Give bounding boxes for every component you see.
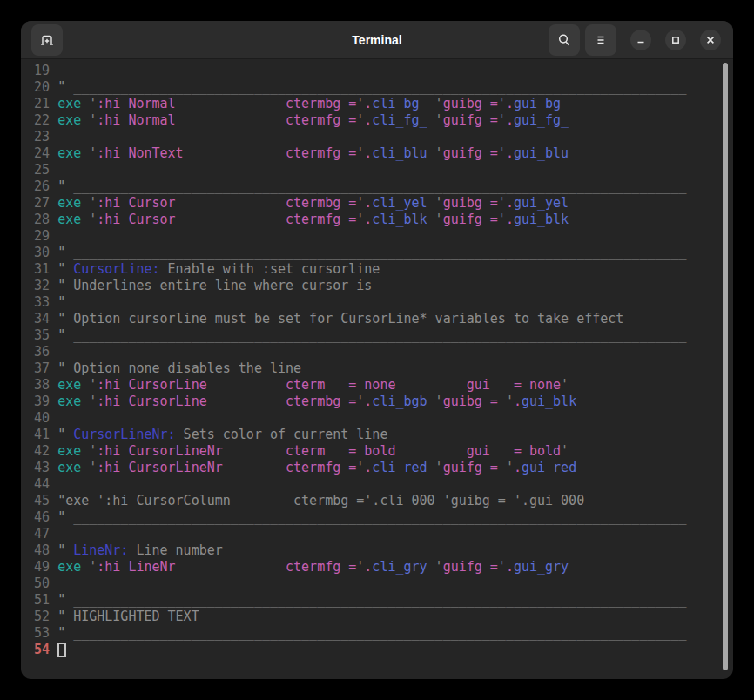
line-number: 21 bbox=[26, 96, 57, 111]
line-number: 52 bbox=[26, 609, 57, 624]
editor-line: 25 bbox=[26, 162, 733, 178]
close-button[interactable] bbox=[700, 30, 721, 50]
editor-line: 43 exe ':hi CursorLineNr ctermfg ='.cli_… bbox=[26, 460, 733, 476]
editor-line: 35 " ___________________________________… bbox=[26, 327, 733, 344]
line-number: 35 bbox=[26, 327, 57, 343]
editor-line: 19 bbox=[26, 63, 733, 79]
line-number: 42 bbox=[26, 443, 57, 459]
editor-line: 50 bbox=[26, 575, 733, 592]
line-number: 24 bbox=[26, 145, 57, 161]
search-icon bbox=[557, 33, 571, 47]
line-number: 25 bbox=[26, 162, 57, 178]
window-title: Terminal bbox=[21, 21, 733, 59]
line-number: 19 bbox=[26, 63, 57, 78]
editor-line: 31 " CursorLine: Enable with :set cursor… bbox=[26, 261, 733, 278]
line-number: 51 bbox=[26, 592, 57, 608]
terminal-window: Terminal bbox=[21, 21, 733, 679]
editor-line: 51 " ___________________________________… bbox=[26, 592, 733, 609]
line-number: 45 bbox=[26, 493, 57, 508]
editor-line: 26 " ___________________________________… bbox=[26, 178, 733, 195]
minimize-icon bbox=[634, 33, 648, 47]
new-tab-icon bbox=[40, 33, 54, 47]
editor-line: 46 " ___________________________________… bbox=[26, 509, 733, 526]
editor-line: 34 " Option cursorline must be set for C… bbox=[26, 311, 733, 327]
line-number: 54 bbox=[26, 642, 57, 657]
editor-line: 41 " CursorLineNr: Sets color of current… bbox=[26, 427, 733, 443]
editor-line: 45 "exe ':hi CursorColumn ctermbg ='.cli… bbox=[26, 493, 733, 509]
editor-line: 30 " ___________________________________… bbox=[26, 245, 733, 261]
line-number: 38 bbox=[26, 377, 57, 393]
titlebar[interactable]: Terminal bbox=[21, 21, 733, 59]
line-number: 31 bbox=[26, 261, 57, 277]
line-number: 53 bbox=[26, 625, 57, 641]
editor-line: 32 " Underlines entire line where cursor… bbox=[26, 278, 733, 294]
editor-line: 24 exe ':hi NonText ctermfg ='.cli_blu '… bbox=[26, 145, 733, 162]
line-number: 48 bbox=[26, 542, 57, 558]
line-number: 27 bbox=[26, 195, 57, 211]
editor-lines: 19 20 " ________________________________… bbox=[26, 63, 733, 658]
editor-line: 54 bbox=[26, 642, 733, 658]
editor-line: 40 bbox=[26, 410, 733, 427]
editor-line: 36 bbox=[26, 344, 733, 360]
editor-line: 28 exe ':hi Cursor ctermfg ='.cli_blk 'g… bbox=[26, 212, 733, 228]
editor-line: 52 " HIGHLIGHTED TEXT bbox=[26, 609, 733, 625]
editor-line: 44 bbox=[26, 476, 733, 493]
editor-line: 33 " bbox=[26, 294, 733, 311]
maximize-button[interactable] bbox=[665, 30, 686, 50]
line-number: 36 bbox=[26, 344, 57, 360]
editor-line: 23 bbox=[26, 129, 733, 145]
editor-line: 27 exe ':hi Cursor ctermbg ='.cli_yel 'g… bbox=[26, 195, 733, 212]
editor-line: 21 exe ':hi Normal ctermbg ='.cli_bg_ 'g… bbox=[26, 96, 733, 112]
line-number: 41 bbox=[26, 427, 57, 442]
editor-line: 49 exe ':hi LineNr ctermfg ='.cli_gry 'g… bbox=[26, 559, 733, 575]
editor-line: 39 exe ':hi CursorLine ctermbg ='.cli_bg… bbox=[26, 394, 733, 410]
editor-line: 22 exe ':hi Normal ctermfg ='.cli_fg_ 'g… bbox=[26, 112, 733, 129]
editor-line: 42 exe ':hi CursorLineNr cterm = bold gu… bbox=[26, 443, 733, 460]
editor-line: 38 exe ':hi CursorLine cterm = none gui … bbox=[26, 377, 733, 394]
line-number: 44 bbox=[26, 476, 57, 492]
editor-line: 48 " LineNr: Line number bbox=[26, 542, 733, 559]
editor-line: 20 " ___________________________________… bbox=[26, 79, 733, 96]
line-number: 40 bbox=[26, 410, 57, 426]
menu-button[interactable] bbox=[585, 24, 616, 56]
line-number: 33 bbox=[26, 294, 57, 310]
terminal-scrollbar[interactable] bbox=[723, 63, 728, 670]
line-number: 20 bbox=[26, 79, 57, 95]
line-number: 22 bbox=[26, 112, 57, 128]
line-number: 26 bbox=[26, 178, 57, 194]
vim-cursor bbox=[57, 643, 66, 657]
line-number: 32 bbox=[26, 278, 57, 293]
line-number: 49 bbox=[26, 559, 57, 575]
line-number: 23 bbox=[26, 129, 57, 145]
editor-line: 37 " Option none disables the line bbox=[26, 360, 733, 377]
editor-line: 53 " ___________________________________… bbox=[26, 625, 733, 642]
new-tab-button[interactable] bbox=[31, 24, 63, 56]
vim-statusline: 54,0-1 4% bbox=[26, 662, 733, 678]
line-number: 47 bbox=[26, 526, 57, 542]
maximize-icon bbox=[669, 33, 683, 47]
line-number: 46 bbox=[26, 509, 57, 525]
line-number: 30 bbox=[26, 245, 57, 260]
terminal-screen[interactable]: 19 20 " ________________________________… bbox=[21, 59, 733, 678]
line-number: 28 bbox=[26, 212, 57, 227]
line-number: 39 bbox=[26, 394, 57, 409]
close-icon bbox=[704, 33, 717, 47]
line-number: 29 bbox=[26, 228, 57, 244]
hamburger-menu-icon bbox=[594, 33, 608, 47]
search-button[interactable] bbox=[549, 24, 580, 56]
line-number: 50 bbox=[26, 575, 57, 591]
editor-line: 29 bbox=[26, 228, 733, 245]
editor-line: 47 bbox=[26, 526, 733, 542]
line-number: 37 bbox=[26, 360, 57, 376]
minimize-button[interactable] bbox=[630, 30, 651, 50]
line-number: 43 bbox=[26, 460, 57, 475]
line-number: 34 bbox=[26, 311, 57, 326]
cursor-position-readout: 54,0-1 bbox=[564, 678, 611, 679]
